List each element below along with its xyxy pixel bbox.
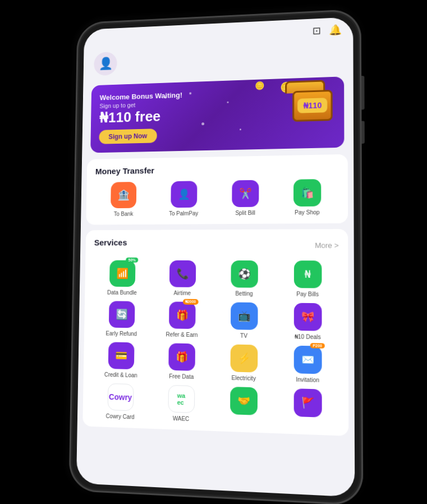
early-refund-item[interactable]: 🔄 Early Refund bbox=[93, 301, 150, 337]
invitation-item[interactable]: ✉️ P200 Invitation bbox=[277, 345, 339, 384]
invitation-icon: ✉️ P200 bbox=[293, 345, 322, 374]
deals-item[interactable]: 🎀 ₦10 Deals bbox=[277, 303, 339, 340]
tv-icon: 📺 bbox=[230, 302, 258, 329]
services-header: Services More > bbox=[94, 237, 339, 254]
waec-label: WAEC bbox=[173, 415, 189, 421]
phone-screen: ⊡ 🔔 👤 � bbox=[76, 17, 355, 497]
bell-icon[interactable]: 🔔 bbox=[329, 24, 342, 36]
pay-shop-item[interactable]: 🛍️ Pay Shop bbox=[293, 179, 321, 216]
power-button bbox=[361, 121, 364, 144]
cowry-card-item[interactable]: Cowry Cowry Card bbox=[91, 383, 150, 420]
pay-bills-label: Pay Bills bbox=[296, 291, 319, 297]
phone-wrapper: ⊡ 🔔 👤 � bbox=[0, 0, 427, 504]
tv-label: TV bbox=[240, 332, 247, 338]
scan-icon[interactable]: ⊡ bbox=[313, 25, 321, 37]
free-data-item[interactable]: 🎁 Free Data bbox=[152, 342, 212, 380]
extra-icon-1: 🤝 bbox=[230, 387, 258, 415]
pay-shop-icon: 🛍️ bbox=[293, 179, 321, 207]
electricity-icon: ⚡ bbox=[230, 344, 258, 372]
betting-icon: ⚽ bbox=[231, 260, 258, 288]
promo-banner[interactable]: 🪙 🪙 Welcome Bonus Waiting! Sign up to ge… bbox=[90, 76, 344, 153]
refer-earn-label: Refer & Earn bbox=[166, 331, 198, 338]
data-bundle-icon: 📶 50% bbox=[109, 260, 135, 286]
waec-item[interactable]: waec WAEC bbox=[151, 384, 211, 423]
split-bill-label: Split Bill bbox=[235, 209, 255, 216]
airtime-icon: 📞 bbox=[169, 260, 195, 287]
chest-container: ₦110 bbox=[287, 89, 338, 135]
data-bundle-badge: 50% bbox=[126, 257, 138, 262]
early-refund-label: Early Refund bbox=[105, 330, 137, 337]
refer-earn-item[interactable]: 🎁 ₦2000 Refer & Earn bbox=[153, 301, 212, 338]
more-link[interactable]: More > bbox=[315, 241, 338, 249]
betting-item[interactable]: ⚽ Betting bbox=[214, 260, 274, 297]
split-bill-icon: ✂️ bbox=[232, 180, 259, 207]
invitation-label: Invitation bbox=[296, 376, 319, 383]
chest-box: ₦110 bbox=[292, 90, 332, 122]
free-data-label: Free Data bbox=[169, 373, 194, 379]
money-transfer-grid: 🏦 To Bank 👤 To PalmPay ✂️ bbox=[95, 178, 339, 217]
extra-item-2[interactable]: 🚩 bbox=[277, 388, 339, 427]
pay-bills-item[interactable]: ₦ Pay Bills bbox=[277, 260, 339, 297]
money-transfer-section: Money Transfer 🏦 To Bank 👤 To PalmPay bbox=[86, 154, 348, 224]
electricity-label: Electricity bbox=[232, 374, 256, 381]
betting-label: Betting bbox=[235, 290, 252, 296]
to-palmpay-label: To PalmPay bbox=[169, 210, 198, 216]
extra-item-1[interactable]: 🤝 bbox=[213, 386, 274, 425]
free-data-icon: 🎁 bbox=[168, 343, 195, 370]
invitation-badge: P200 bbox=[310, 343, 324, 349]
chest-amount: ₦110 bbox=[303, 101, 322, 111]
phone-outer: ⊡ 🔔 👤 � bbox=[68, 9, 363, 504]
data-bundle-item[interactable]: 📶 50% Data Bundle bbox=[93, 260, 151, 295]
refer-earn-icon: 🎁 ₦2000 bbox=[169, 301, 196, 329]
cowry-card-label: Cowry Card bbox=[106, 413, 135, 420]
waec-icon: waec bbox=[168, 384, 195, 413]
pay-bills-icon: ₦ bbox=[293, 260, 322, 288]
early-refund-icon: 🔄 bbox=[108, 301, 135, 328]
split-bill-item[interactable]: ✂️ Split Bill bbox=[232, 180, 259, 216]
user-icon: 👤 bbox=[98, 57, 113, 71]
extra-icon-2: 🚩 bbox=[293, 388, 322, 418]
electricity-item[interactable]: ⚡ Electricity bbox=[213, 344, 274, 382]
credit-loan-icon: 💳 bbox=[108, 342, 134, 369]
services-grid: 📶 50% Data Bundle 📞 Airtime bbox=[91, 260, 339, 427]
refer-earn-badge: ₦2000 bbox=[183, 299, 198, 304]
to-palmpay-item[interactable]: 👤 To PalmPay bbox=[169, 181, 199, 217]
money-transfer-title: Money Transfer bbox=[95, 162, 338, 176]
volume-button bbox=[361, 76, 364, 109]
deals-icon: 🎀 bbox=[293, 303, 322, 331]
chest-label: ₦110 bbox=[297, 98, 327, 113]
credit-loan-label: Credit & Loan bbox=[104, 371, 137, 378]
airtime-item[interactable]: 📞 Airtime bbox=[153, 260, 212, 296]
to-bank-item[interactable]: 🏦 To Bank bbox=[111, 182, 136, 217]
sign-up-button[interactable]: Sign up Now bbox=[99, 129, 157, 144]
credit-loan-item[interactable]: 💳 Credit & Loan bbox=[92, 341, 150, 378]
deals-label: ₦10 Deals bbox=[295, 333, 321, 340]
tv-item[interactable]: 📺 TV bbox=[214, 302, 274, 340]
data-bundle-label: Data Bundle bbox=[107, 289, 137, 295]
to-palmpay-icon: 👤 bbox=[171, 181, 197, 208]
avatar[interactable]: 👤 bbox=[94, 52, 117, 76]
to-bank-label: To Bank bbox=[114, 210, 134, 217]
pay-shop-label: Pay Shop bbox=[295, 209, 320, 215]
services-title: Services bbox=[94, 237, 127, 247]
to-bank-icon: 🏦 bbox=[111, 182, 136, 208]
airtime-label: Airtime bbox=[173, 290, 191, 296]
services-section: Services More > 📶 50% Data Bundle bbox=[82, 229, 348, 436]
chest-visual: ₦110 bbox=[287, 89, 338, 135]
cowry-card-icon: Cowry bbox=[107, 383, 134, 410]
